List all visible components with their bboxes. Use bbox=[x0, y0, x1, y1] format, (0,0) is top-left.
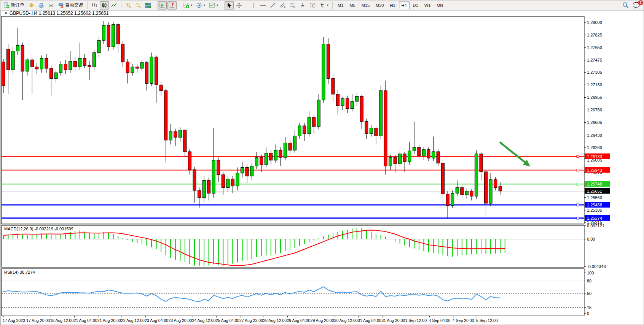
svg-text:17 Aug 2023: 17 Aug 2023 bbox=[3, 318, 25, 323]
tile-windows-icon bbox=[145, 2, 151, 8]
signals-button[interactable] bbox=[46, 1, 56, 10]
candle[interactable] bbox=[475, 150, 478, 199]
svg-text:100: 100 bbox=[587, 271, 594, 275]
svg-text:15: 15 bbox=[587, 305, 591, 310]
svg-text:24 Aug 12:00: 24 Aug 12:00 bbox=[192, 318, 216, 323]
svg-text:5 Sep 12:00: 5 Sep 12:00 bbox=[476, 318, 498, 323]
svg-text:23 Aug 04:00: 23 Aug 04:00 bbox=[145, 318, 168, 323]
candle[interactable] bbox=[327, 38, 330, 84]
candle[interactable] bbox=[92, 50, 96, 70]
auto-scroll-button[interactable] bbox=[158, 1, 167, 10]
svg-text:1.27475: 1.27475 bbox=[587, 58, 602, 62]
svg-text:21 Aug 20:00: 21 Aug 20:00 bbox=[97, 318, 121, 323]
toolbar-separator bbox=[246, 2, 246, 9]
candlestick-chart-button[interactable] bbox=[100, 1, 109, 10]
timeframe-button-m15[interactable]: M15 bbox=[359, 2, 372, 9]
svg-text:4 Sep 04:00: 4 Sep 04:00 bbox=[429, 318, 451, 323]
timeframe-button-m30[interactable]: M30 bbox=[373, 2, 386, 9]
timeframe-button-h4[interactable]: H4 bbox=[399, 2, 410, 9]
svg-text:1.25560: 1.25560 bbox=[587, 195, 602, 200]
dropdown-caret-icon: ▾ bbox=[217, 3, 218, 7]
tile-windows-button[interactable] bbox=[143, 1, 153, 10]
rsi-pane[interactable] bbox=[2, 269, 584, 316]
svg-text:1.26133: 1.26133 bbox=[587, 154, 602, 159]
svg-text:1.27825: 1.27825 bbox=[587, 33, 602, 37]
indicators-button[interactable]: ▾ bbox=[182, 1, 194, 10]
macd-pane[interactable] bbox=[2, 225, 584, 267]
cursor-tool-button[interactable] bbox=[225, 1, 234, 10]
svg-text:22 Aug 12:00: 22 Aug 12:00 bbox=[121, 318, 145, 323]
candle[interactable] bbox=[150, 52, 153, 86]
timeframe-button-m5[interactable]: M5 bbox=[347, 2, 358, 9]
main-toolbar: 新订单 自动交易 bbox=[0, 0, 644, 10]
new-order-button[interactable]: 新订单 bbox=[2, 1, 26, 10]
trendline-icon bbox=[270, 2, 276, 8]
svg-text:18 Aug 12:00: 18 Aug 12:00 bbox=[50, 318, 73, 323]
svg-text:1.25458: 1.25458 bbox=[587, 203, 602, 207]
arrows-tool-button[interactable]: ▾ bbox=[318, 1, 330, 10]
candle[interactable] bbox=[384, 81, 387, 174]
svg-text:30 Aug 12:00: 30 Aug 12:00 bbox=[334, 318, 358, 323]
candle[interactable] bbox=[107, 22, 110, 51]
market-watch-button[interactable] bbox=[27, 1, 36, 10]
zoom-in-button[interactable] bbox=[124, 1, 133, 10]
toolbar-separator bbox=[87, 2, 88, 9]
chart-canvas[interactable]: ▼GBPUSD-,H4 1.25613 1.25652 1.25602 1.25… bbox=[0, 10, 644, 325]
text-icon: A bbox=[300, 2, 306, 8]
svg-text:0: 0 bbox=[587, 311, 589, 316]
vertical-line-icon bbox=[250, 2, 256, 8]
signals-icon bbox=[48, 2, 54, 8]
vertical-line-tool-button[interactable] bbox=[249, 1, 258, 10]
search-icon[interactable] bbox=[622, 2, 629, 8]
svg-text:E: E bbox=[284, 6, 285, 8]
bar-chart-button[interactable] bbox=[90, 1, 99, 10]
arrows-shapes-icon bbox=[319, 2, 325, 8]
templates-button[interactable]: ▾ bbox=[207, 1, 220, 10]
svg-text:-0.004348: -0.004348 bbox=[587, 264, 606, 269]
text-label-tool-button[interactable]: T bbox=[308, 1, 317, 10]
data-window-button[interactable] bbox=[37, 1, 46, 10]
timeframe-button-mn[interactable]: MN bbox=[434, 2, 446, 9]
svg-text:GBPUSD-,H4 1.25613 1.25652 1.: GBPUSD-,H4 1.25613 1.25652 1.25602 1.256… bbox=[10, 11, 109, 16]
channel-tool-button[interactable]: E bbox=[278, 1, 287, 10]
fibonacci-icon: F bbox=[290, 2, 296, 8]
svg-text:1.28000: 1.28000 bbox=[587, 20, 602, 25]
periods-button[interactable]: ▾ bbox=[194, 1, 207, 10]
candle[interactable] bbox=[379, 86, 382, 139]
svg-text:▼: ▼ bbox=[4, 11, 8, 15]
timeframe-button-h1[interactable]: H1 bbox=[387, 2, 398, 9]
chart-shift-button[interactable] bbox=[167, 1, 177, 10]
svg-text:1.25651: 1.25651 bbox=[587, 189, 602, 193]
fibonacci-tool-button[interactable]: F bbox=[288, 1, 297, 10]
candle[interactable] bbox=[451, 190, 454, 208]
mt4-application-window: 新订单 自动交易 bbox=[0, 0, 644, 325]
svg-text:4 Sep 20:00: 4 Sep 20:00 bbox=[453, 318, 474, 323]
svg-text:0.00: 0.00 bbox=[587, 237, 595, 241]
text-tool-button[interactable]: A bbox=[298, 1, 307, 10]
price-pane[interactable] bbox=[2, 16, 584, 224]
auto-trading-button[interactable]: 自动交易 bbox=[56, 1, 85, 10]
timeframe-button-d1[interactable]: D1 bbox=[410, 2, 421, 9]
bar-chart-icon bbox=[91, 2, 97, 8]
svg-text:31 Aug 04:00: 31 Aug 04:00 bbox=[358, 318, 381, 323]
timeframe-button-w1[interactable]: W1 bbox=[422, 2, 434, 9]
candle[interactable] bbox=[322, 37, 325, 103]
notification-badge: 1 bbox=[638, 0, 643, 5]
svg-text:25 Aug 04:00: 25 Aug 04:00 bbox=[216, 318, 239, 323]
horizontal-line-icon bbox=[260, 2, 266, 8]
candle[interactable] bbox=[112, 22, 115, 50]
toolbar-separator bbox=[121, 2, 121, 9]
horizontal-line-tool-button[interactable] bbox=[258, 1, 268, 10]
svg-text:1.26430: 1.26430 bbox=[587, 133, 602, 138]
zoom-out-button[interactable] bbox=[134, 1, 143, 10]
svg-text:80: 80 bbox=[587, 279, 591, 283]
crosshair-tool-button[interactable] bbox=[234, 1, 244, 10]
trendline-tool-button[interactable] bbox=[268, 1, 277, 10]
text-label-icon: T bbox=[309, 2, 316, 8]
notifications-button[interactable]: 💬 1 bbox=[633, 2, 640, 9]
line-chart-icon bbox=[111, 2, 117, 8]
timeframe-button-m1[interactable]: M1 bbox=[335, 2, 346, 9]
auto-trading-label: 自动交易 bbox=[65, 2, 83, 8]
line-chart-button[interactable] bbox=[110, 1, 119, 10]
auto-scroll-icon bbox=[159, 2, 165, 8]
